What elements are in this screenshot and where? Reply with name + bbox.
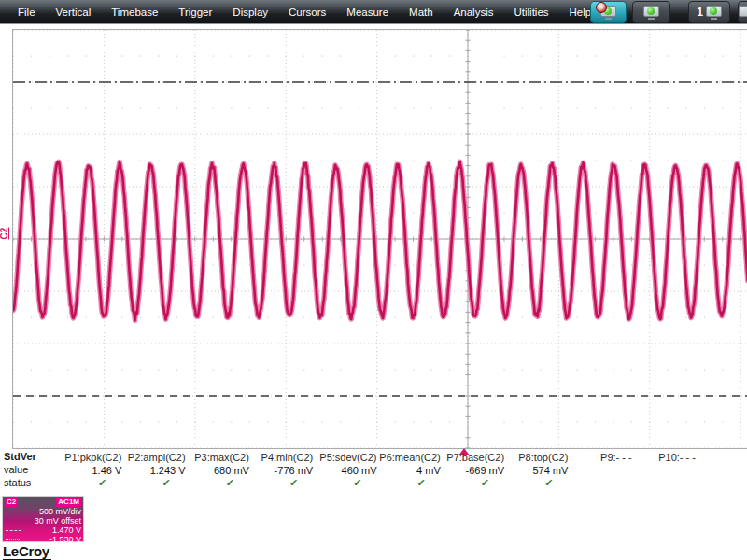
measure-column[interactable]: P3:max(C2)680 mV✔ [188,451,251,490]
measure-value: -776 mV [251,464,315,477]
measure-value: 460 mV [315,464,378,477]
waveform-grid [12,29,747,449]
monitor-clock-icon [600,6,616,20]
measure-column[interactable]: P6:mean(C2)4 mV✔ [378,451,442,490]
channel-c2-badge: C2 [5,497,18,507]
channel-c2-descriptor[interactable]: C2 AC1M 500 mV/div 30 mV offset 1.470 V … [2,496,84,542]
measure-value: 574 mV [506,464,570,477]
menu-item-utilities[interactable]: Utilities [503,0,558,24]
oscilloscope-screen: FileVerticalTimebaseTriggerDisplayCursor… [0,0,747,560]
measure-label: P6:mean(C2) [378,451,442,464]
measure-status-check-icon: ✔ [378,477,442,490]
partial-button[interactable] [738,1,747,23]
measure-status-check-icon [698,477,747,490]
channel-upper-level: 1.470 V [5,525,81,535]
measure-column[interactable]: P7:base(C2)-669 mV✔ [443,451,506,490]
measure-status-check-icon: ✔ [506,477,570,490]
measure-value: 1.46 V [60,464,123,477]
measure-label: P9:- - - [570,451,633,464]
measure-value-caption: value [4,464,28,475]
channel-c2-axis-label[interactable]: C2 [0,223,12,244]
measure-status-check-icon: ✔ [123,477,187,490]
measure-column[interactable]: P10:- - - [634,451,698,490]
measure-status-check-icon [634,477,698,490]
measure-value [570,464,633,477]
menu-item-cursors[interactable]: Cursors [278,0,336,24]
measure-label: P5:sdev(C2) [315,451,378,464]
menu-item-analysis[interactable]: Analysis [444,0,504,24]
menu-item-timebase[interactable]: Timebase [101,0,168,24]
measure-value: 1.243 V [123,464,187,477]
menu-item-display[interactable]: Display [222,0,278,24]
monitor-icon [706,6,722,20]
clock-icon [596,2,607,13]
measure-label: P4:min(C2) [251,451,315,464]
measure-label: P7:base(C2) [443,451,506,464]
display-1-label: 1 [697,2,703,22]
measure-header-caption: StdVer [4,451,36,462]
measure-column[interactable]: P2:ampl(C2)1.243 V✔ [123,451,187,490]
coupling-badge: AC1M [56,497,81,507]
measure-value [698,464,747,477]
channel-offset: 30 mV offset [5,516,81,525]
measure-label: P3:max(C2) [188,451,251,464]
monitor-icon [739,6,747,20]
measure-label: P2:ampl(C2) [123,451,187,464]
waveform-trace [13,30,747,448]
menu-item-trigger[interactable]: Trigger [168,0,222,24]
dash-dot-line-icon [6,530,21,531]
measure-label: P8:top(C2) [506,451,570,464]
measure-value: -669 mV [443,464,506,477]
measure-label: P [698,451,747,464]
measure-status-check-icon: ✔ [443,477,506,490]
measure-value: 4 mV [378,464,442,477]
menu-item-math[interactable]: Math [399,0,444,24]
dotted-line-icon [6,539,21,540]
measure-value: 680 mV [188,464,251,477]
measure-column[interactable]: P1:pkpk(C2)1.46 V✔ [60,451,123,490]
menu-item-file[interactable]: File [7,0,46,24]
lecroy-logo: LeCroy [3,543,51,560]
measure-column[interactable]: P [698,451,747,490]
measure-column[interactable]: P8:top(C2)574 mV✔ [506,451,570,490]
measure-status-check-icon: ✔ [188,477,251,490]
measure-label: P10:- - - [634,451,698,464]
display-1-button[interactable]: 1 [688,1,730,23]
measure-status-check-icon: ✔ [315,477,378,490]
measure-status-check-icon [570,477,633,490]
channel-scale: 500 mV/div [5,507,81,516]
display-button[interactable] [632,1,670,23]
measure-value [634,464,698,477]
menu-item-measure[interactable]: Measure [336,0,399,24]
measure-label: P1:pkpk(C2) [60,451,123,464]
measure-status-caption: status [4,477,31,488]
clock-display-button[interactable] [590,1,627,23]
measure-status-check-icon: ✔ [251,477,315,490]
measure-column[interactable]: P5:sdev(C2)460 mV✔ [315,451,378,490]
monitor-icon [643,6,659,20]
measure-column[interactable]: P4:min(C2)-776 mV✔ [251,451,315,490]
measure-column[interactable]: P9:- - - [570,451,633,490]
measure-status-check-icon: ✔ [60,477,123,490]
measure-table: P1:pkpk(C2)1.46 V✔P2:ampl(C2)1.243 V✔P3:… [60,451,747,490]
menu-item-vertical[interactable]: Vertical [46,0,102,24]
